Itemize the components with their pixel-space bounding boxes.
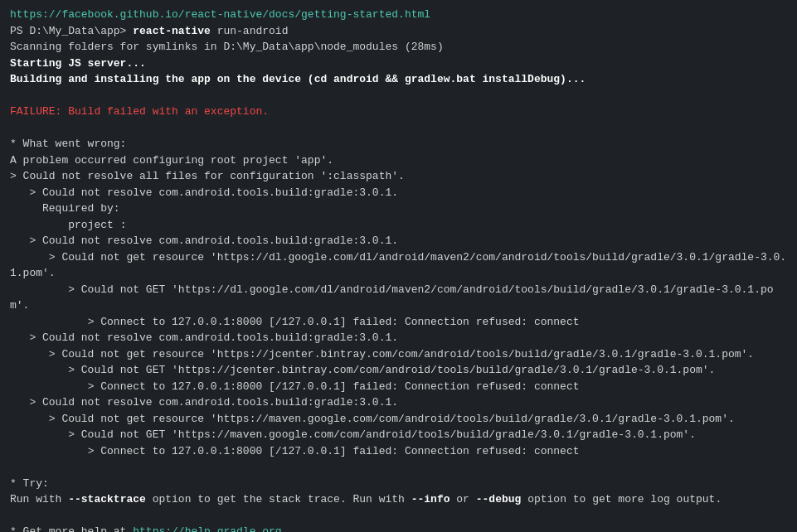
line-resolve-1: > Could not resolve com.android.tools.bu… xyxy=(10,185,787,201)
line-resolve-4: > Could not resolve com.android.tools.bu… xyxy=(10,394,787,411)
line-get-3: > Could not GET 'https://maven.google.co… xyxy=(10,427,787,443)
line-required: Required by: xyxy=(10,201,787,217)
blank-3 xyxy=(10,459,787,476)
prompt: PS D:\My_Data\app> xyxy=(10,25,133,37)
line-resolve-3: > Could not resolve com.android.tools.bu… xyxy=(10,330,787,346)
line-problem: A problem occurred configuring root proj… xyxy=(10,152,787,169)
terminal: https://facebook.github.io/react-native/… xyxy=(10,7,787,532)
line-2: PS D:\My_Data\app> react-native run-andr… xyxy=(10,23,787,40)
command: react-native xyxy=(133,25,211,37)
line-connect-2: > Connect to 127.0.0.1:8000 [/127.0.0.1]… xyxy=(10,379,787,395)
line-get-2: > Could not GET 'https://jcenter.bintray… xyxy=(10,362,787,379)
line-run-with: Run with --stacktrace option to get the … xyxy=(10,491,787,508)
blank-1 xyxy=(10,88,787,104)
line-project: project : xyxy=(10,217,787,234)
blank-2 xyxy=(10,120,787,137)
line-help: * Get more help at https://help.gradle.o… xyxy=(10,524,787,532)
line-resource-1: > Could not get resource 'https://dl.goo… xyxy=(10,249,787,282)
line-connect-3: > Connect to 127.0.0.1:8000 [/127.0.0.1]… xyxy=(10,443,787,460)
debug-option: --debug xyxy=(476,493,522,505)
gradle-link: https://help.gradle.org xyxy=(133,525,281,532)
link-1: https://facebook.github.io/react-native/… xyxy=(10,8,430,21)
info-option: --info xyxy=(411,493,450,505)
line-resolve-2: > Could not resolve com.android.tools.bu… xyxy=(10,233,787,249)
line-resolve-all: > Could not resolve all files for config… xyxy=(10,168,787,185)
line-1: https://facebook.github.io/react-native/… xyxy=(10,7,787,23)
line-what-wrong: * What went wrong: xyxy=(10,136,787,152)
blank-4 xyxy=(10,508,787,525)
failure-line: FAILURE: Build failed with an exception. xyxy=(10,104,787,120)
line-try: * Try: xyxy=(10,476,787,492)
line-3: Scanning folders for symlinks in D:\My_D… xyxy=(10,39,787,56)
line-5: Building and installing the app on the d… xyxy=(10,71,787,88)
line-resource-2: > Could not get resource 'https://jcente… xyxy=(10,346,787,363)
command-args: run-android xyxy=(211,25,289,37)
line-connect-1: > Connect to 127.0.0.1:8000 [/127.0.0.1]… xyxy=(10,314,787,331)
line-resource-3: > Could not get resource 'https://maven.… xyxy=(10,411,787,428)
stacktrace-option: --stacktrace xyxy=(68,493,146,505)
line-get-1: > Could not GET 'https://dl.google.com/d… xyxy=(10,282,787,314)
line-4: Starting JS server... xyxy=(10,56,787,72)
